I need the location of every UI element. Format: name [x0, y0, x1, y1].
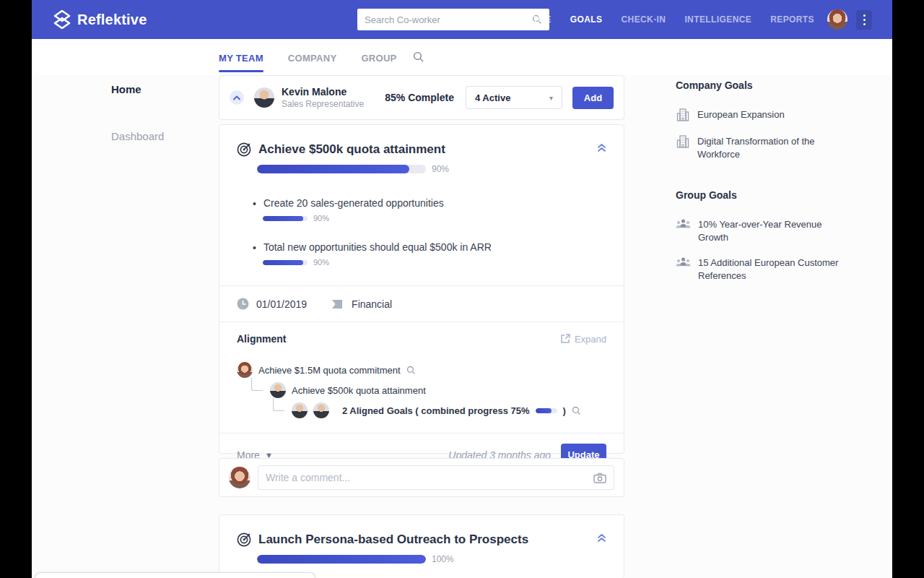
more-menu-button[interactable]	[856, 10, 872, 30]
add-goal-button[interactable]: Add	[572, 87, 614, 109]
aligned-progress-bar	[536, 408, 557, 413]
group-goal-label: 10% Year-over-Year Revenue Growth	[698, 218, 842, 243]
avatar	[292, 402, 308, 418]
collapse-goal-button[interactable]	[597, 142, 606, 155]
commenter-avatar	[229, 467, 250, 488]
goal-progress-label: 90%	[432, 164, 449, 174]
subgoal-text: Total new opportunities should equal $50…	[263, 241, 492, 253]
aligned-goals-text-close: )	[563, 405, 566, 416]
search-goal-icon[interactable]	[572, 406, 581, 415]
goal-title: Launch Persona-based Outreach to Prospec…	[258, 532, 528, 547]
group-goal-item[interactable]: 10% Year-over-Year Revenue Growth	[676, 218, 885, 243]
goal-status-filter-value: 4 Active	[475, 92, 510, 103]
sidebar-item-dashboard[interactable]: Dashboard	[111, 130, 212, 142]
subgoal-progress-bar	[263, 216, 308, 221]
alignment-goal-text: Achieve $1.5M quota commitment	[258, 365, 401, 376]
brand[interactable]: Reflektive	[53, 10, 147, 29]
company-goal-item[interactable]: European Expansion	[676, 108, 885, 122]
company-goal-item[interactable]: Digital Transformation of the Workforce	[676, 135, 885, 160]
camera-icon[interactable]	[593, 473, 606, 483]
comment-card	[219, 458, 624, 497]
left-sidebar: Home Dashboard	[111, 75, 212, 177]
subgoal-item: •Create 20 sales-generated opportunities…	[253, 197, 606, 223]
tree-connector	[251, 378, 263, 391]
due-date: 01/01/2019	[256, 298, 307, 310]
goal-progress-bar	[257, 165, 426, 173]
coworker-search[interactable]	[357, 9, 549, 30]
top-nav-links: HOME GOALS CHECK-IN INTELLIGENCE REPORTS	[524, 0, 814, 39]
search-goal-icon[interactable]	[406, 366, 416, 375]
nav-reports[interactable]: REPORTS	[770, 14, 814, 25]
subgoal-progress-label: 90%	[313, 214, 329, 223]
category-flag-icon	[331, 299, 344, 309]
goal-target-icon	[237, 532, 251, 547]
subgoal-progress-bar	[263, 260, 308, 265]
goal-scope-tabs: MY TEAM COMPANY GROUP	[219, 39, 424, 75]
person-summary-card: Kevin Malone Sales Representative 85% Co…	[219, 75, 624, 120]
bullet: •	[253, 199, 256, 209]
user-avatar[interactable]	[827, 9, 847, 30]
expand-label: Expand	[575, 334, 606, 345]
double-chevron-up-icon	[597, 143, 606, 152]
due-date-clock-icon	[237, 298, 249, 310]
tab-my-team[interactable]: MY TEAM	[219, 42, 263, 72]
aligned-goals-text: 2 Aligned Goals ( combined progress 75%	[342, 405, 530, 416]
alignment-row-current[interactable]: Achieve $500k quota attainment	[250, 382, 606, 398]
chevron-down-icon: ▾	[549, 94, 553, 102]
goal-title: Achieve $500k quota attainment	[258, 142, 445, 157]
bottom-cutoff-widget	[35, 572, 315, 578]
app-window: Reflektive HOME GOALS CHECK-IN INTELLIGE…	[32, 0, 892, 578]
goal-card: Launch Persona-based Outreach to Prospec…	[219, 514, 624, 578]
expand-icon	[560, 334, 570, 344]
company-goals-heading: Company Goals	[676, 79, 885, 91]
tree-connector	[273, 398, 284, 411]
person-avatar	[254, 87, 274, 108]
subgoal-text: Create 20 sales-generated opportunities	[263, 197, 444, 209]
alignment-goal-text: Achieve $500k quota attainment	[292, 385, 426, 396]
nav-goals[interactable]: GOALS	[570, 14, 603, 25]
goal-progress-label: 100%	[432, 554, 454, 564]
brand-name: Reflektive	[77, 12, 147, 28]
alignment-row-parent[interactable]: Achieve $1.5M quota commitment	[237, 362, 606, 378]
collapse-goal-button[interactable]	[597, 532, 606, 545]
group-goal-label: 15 Additional European Customer Referenc…	[698, 256, 857, 282]
goal-card: Achieve $500k quota attainment 90% •Crea…	[219, 124, 624, 454]
building-icon	[676, 108, 690, 122]
nav-check-in[interactable]: CHECK-IN	[622, 14, 666, 25]
avatar	[270, 382, 286, 398]
group-people-icon	[676, 256, 691, 269]
group-goal-item[interactable]: 15 Additional European Customer Referenc…	[676, 256, 885, 282]
completion-summary: 85% Complete	[385, 92, 454, 103]
bullet: •	[253, 243, 256, 253]
group-people-icon	[676, 217, 691, 230]
tab-group[interactable]: GROUP	[361, 42, 396, 72]
avatar	[313, 402, 329, 418]
person-role: Sales Representative	[282, 99, 364, 109]
alignment-tree: Achieve $1.5M quota commitment Achieve $…	[237, 355, 606, 433]
alignment-heading: Alignment	[237, 333, 286, 345]
goals-side-panel: Company Goals European Expansion Digital…	[676, 79, 885, 295]
subgoal-item: •Total new opportunities should equal $5…	[253, 241, 606, 267]
nav-home[interactable]: HOME	[524, 14, 552, 25]
comment-inputbox[interactable]	[258, 465, 614, 490]
company-goal-label: Digital Transformation of the Workforce	[697, 135, 849, 160]
reflektive-logo-icon	[53, 10, 71, 29]
tab-company[interactable]: COMPANY	[288, 42, 337, 72]
nav-intelligence[interactable]: INTELLIGENCE	[684, 14, 751, 25]
building-icon	[676, 134, 690, 149]
search-input[interactable]	[365, 14, 532, 25]
sidebar-item-home[interactable]: Home	[111, 83, 212, 95]
goal-category: Financial	[352, 298, 392, 310]
group-goals-heading: Group Goals	[676, 189, 885, 201]
alignment-row-children[interactable]: 2 Aligned Goals ( combined progress 75% …	[271, 402, 606, 418]
double-chevron-up-icon	[597, 533, 606, 543]
expand-alignment-link[interactable]: Expand	[560, 334, 606, 345]
goal-progress-bar	[257, 555, 426, 564]
goal-status-filter[interactable]: 4 Active ▾	[466, 86, 562, 109]
chevron-up-icon	[233, 95, 240, 100]
comment-input[interactable]	[266, 472, 593, 483]
company-goal-label: European Expansion	[697, 108, 785, 121]
top-navbar: Reflektive HOME GOALS CHECK-IN INTELLIGE…	[32, 0, 892, 39]
tab-search-icon[interactable]	[413, 51, 424, 63]
collapse-person-button[interactable]	[230, 90, 244, 105]
